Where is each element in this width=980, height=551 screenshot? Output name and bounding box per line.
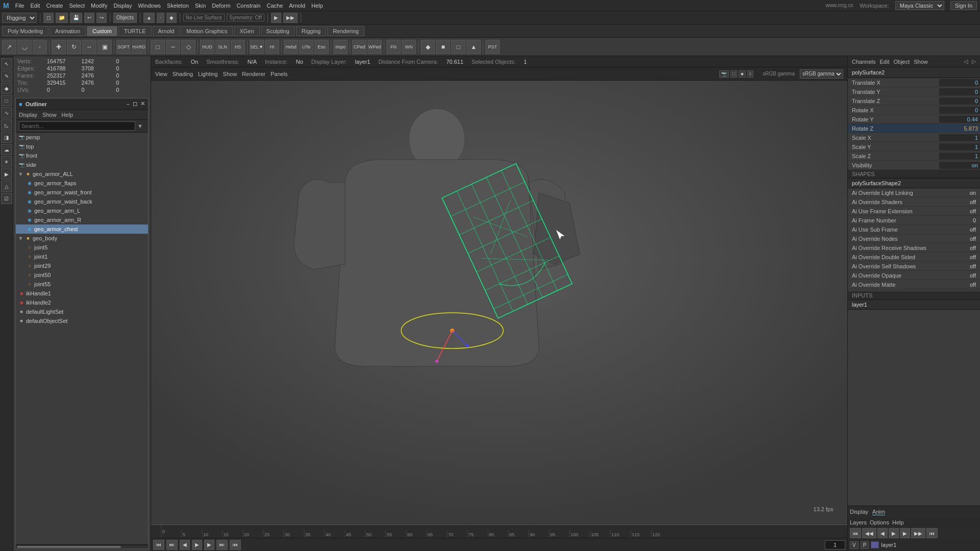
menu-help[interactable]: Help bbox=[311, 3, 323, 9]
menu-file[interactable]: File bbox=[15, 3, 24, 9]
pst-btn[interactable]: PST bbox=[485, 40, 500, 54]
outliner-item-top[interactable]: 📷 top bbox=[16, 142, 148, 151]
component-vtool[interactable]: ◆ bbox=[1, 83, 12, 94]
viewport-menu-panels[interactable]: Panels bbox=[271, 71, 288, 77]
head-up-btn[interactable]: Hebd bbox=[284, 40, 298, 54]
attr-val-rotate-y[interactable] bbox=[939, 116, 980, 123]
viewport-area[interactable]: 人人素材 人人素材 人人素材 bbox=[151, 81, 847, 524]
menu-skin[interactable]: Skin bbox=[195, 3, 206, 9]
rigging-select[interactable]: Rigging bbox=[2, 13, 37, 23]
menu-deform[interactable]: Deform bbox=[212, 3, 230, 9]
goto-end-btn[interactable]: ⏮ bbox=[230, 540, 241, 550]
play-btn[interactable]: ▶ bbox=[192, 540, 202, 550]
rotate-tool-btn[interactable]: ↻ bbox=[67, 40, 81, 54]
constraint-vtool[interactable]: ▶ bbox=[1, 168, 12, 180]
ute-btn[interactable]: UTe bbox=[299, 40, 313, 54]
cam-icon[interactable]: 📷 bbox=[719, 70, 729, 78]
sln-btn[interactable]: SLN bbox=[215, 40, 230, 54]
menu-constrain[interactable]: Constrain bbox=[236, 3, 260, 9]
menu-arnold[interactable]: Arnold bbox=[289, 3, 305, 9]
pb-play-fwd[interactable]: ▶ bbox=[889, 528, 899, 538]
outliner-item-joint5[interactable]: ○ joint5 bbox=[16, 243, 148, 252]
outliner-restore-btn[interactable]: ◻ bbox=[133, 101, 137, 107]
outliner-item-geo-armor-chest[interactable]: ◉ geo_armor_chest bbox=[16, 224, 148, 234]
attr-val-translate-x[interactable] bbox=[939, 79, 980, 86]
tab-animation[interactable]: Animation bbox=[50, 26, 86, 36]
hud-btn[interactable]: HUD bbox=[200, 40, 214, 54]
help-menu[interactable]: Help bbox=[892, 519, 904, 525]
paint-brush-btn[interactable]: ◆ bbox=[421, 40, 435, 54]
sign-in-btn[interactable]: Sign In bbox=[950, 1, 977, 10]
open-btn[interactable]: 📁 bbox=[56, 13, 68, 23]
outliner-item-geo-armor-arm-r[interactable]: ◉ geo_armor_arm_R bbox=[16, 215, 148, 224]
layer-p-btn[interactable]: P bbox=[861, 541, 869, 549]
outliner-menu-display[interactable]: Display bbox=[19, 112, 37, 118]
cb-collapse-btn[interactable]: ◁ bbox=[964, 58, 968, 65]
attr-val-translate-y[interactable] bbox=[939, 88, 980, 95]
cb-channels[interactable]: Channels bbox=[852, 59, 875, 65]
goto-start-btn[interactable]: ⏮ bbox=[153, 540, 164, 550]
tab-turtle[interactable]: TURTLE bbox=[118, 26, 152, 36]
wped-btn[interactable]: WPed bbox=[368, 40, 382, 54]
prev-frame-btn[interactable]: ◀ bbox=[180, 540, 190, 550]
pb-step-back[interactable]: ◀ bbox=[877, 528, 888, 538]
search-input[interactable] bbox=[19, 121, 135, 131]
cped-btn[interactable]: CPed bbox=[352, 40, 366, 54]
current-frame-input[interactable] bbox=[825, 540, 845, 549]
film-icon[interactable]: ■ bbox=[739, 70, 745, 78]
prev-key-btn[interactable]: ⏭ bbox=[166, 540, 178, 550]
pb-next[interactable]: ▶▶ bbox=[911, 528, 925, 538]
menu-skeleton[interactable]: Skeleton bbox=[167, 3, 189, 9]
workspace-select[interactable]: Maya Classic bbox=[895, 1, 944, 10]
menu-modify[interactable]: Modify bbox=[91, 3, 107, 9]
objects-btn[interactable]: Objects bbox=[113, 13, 137, 23]
menu-cache[interactable]: Cache bbox=[266, 3, 283, 9]
outliner-scrollbar[interactable] bbox=[16, 544, 148, 548]
next-key-btn[interactable]: ⏭ bbox=[216, 540, 228, 550]
outliner-item-geo-body[interactable]: ▼ ■ geo_body bbox=[16, 234, 148, 243]
dynamics-vtool[interactable]: ☁ bbox=[1, 144, 12, 155]
snap-curve-btn[interactable]: ⋅ bbox=[157, 13, 164, 23]
attr-val-visibility[interactable] bbox=[939, 162, 980, 169]
outliner-item-geo-armor-arm-l[interactable]: ◉ geo_armor_arm_L bbox=[16, 206, 148, 215]
fn-btn[interactable]: FN bbox=[386, 40, 401, 54]
outliner-minimize-btn[interactable]: – bbox=[127, 101, 130, 107]
redo-btn[interactable]: ↪ bbox=[96, 13, 107, 23]
outliner-item-geo-armor-flaps[interactable]: ◉ geo_armor_flaps bbox=[16, 179, 148, 188]
deform-vtool[interactable]: ◨ bbox=[1, 132, 12, 143]
attr-val-rotate-z[interactable] bbox=[939, 125, 980, 132]
tab-poly-modeling[interactable]: Poly Modeling bbox=[2, 26, 48, 36]
render-btn[interactable]: ▶ bbox=[271, 13, 281, 23]
outliner-item-geo-armor-waist-front[interactable]: ◉ geo_armor_waist_front bbox=[16, 188, 148, 197]
pb-prev[interactable]: ◀◀ bbox=[862, 528, 876, 538]
attr-val-scale-z[interactable] bbox=[939, 153, 980, 160]
paint-vtool[interactable]: ✎ bbox=[1, 70, 12, 82]
tab-anim[interactable]: Anim bbox=[872, 509, 885, 515]
outliner-item-ikhandle2[interactable]: ◆ ikHandle2 bbox=[16, 298, 148, 307]
hard-select-btn[interactable]: HARD bbox=[132, 40, 146, 54]
cb-edit[interactable]: Edit bbox=[879, 59, 889, 65]
grid-icon[interactable]: □ bbox=[730, 70, 737, 78]
menu-edit[interactable]: Edit bbox=[30, 3, 40, 9]
outliner-item-persp[interactable]: 📷 persp bbox=[16, 133, 148, 142]
outliner-item-geo-armor-all[interactable]: ▼ ■ geo_armor_ALL bbox=[16, 169, 148, 179]
layers-menu[interactable]: Layers bbox=[850, 519, 867, 525]
mesh-vtool[interactable]: □ bbox=[1, 95, 12, 106]
anim-vtool[interactable]: ☑ bbox=[1, 193, 12, 204]
tab-rendering[interactable]: Rendering bbox=[327, 26, 364, 36]
attr-val-rotate-x[interactable] bbox=[939, 107, 980, 114]
tab-arnold[interactable]: Arnold bbox=[153, 26, 180, 36]
attr-val-scale-x[interactable] bbox=[939, 134, 980, 141]
outliner-menu-help[interactable]: Help bbox=[62, 112, 74, 118]
attr-val-scale-y[interactable] bbox=[939, 143, 980, 151]
snap-grid-btn[interactable]: ▲ bbox=[143, 13, 155, 23]
paint-skin-btn[interactable]: □ bbox=[451, 40, 465, 54]
search-dropdown-btn[interactable]: ▼ bbox=[135, 123, 145, 129]
lasso-tool-btn[interactable]: ◡ bbox=[17, 40, 32, 54]
next-frame-btn[interactable]: ▶ bbox=[204, 540, 214, 550]
rig-vtool[interactable]: △ bbox=[1, 181, 12, 192]
menu-display[interactable]: Display bbox=[113, 3, 132, 9]
select-tool-btn[interactable]: ↗ bbox=[2, 40, 16, 54]
attr-val-translate-z[interactable] bbox=[939, 97, 980, 105]
tab-sculpting[interactable]: Sculpting bbox=[261, 26, 295, 36]
